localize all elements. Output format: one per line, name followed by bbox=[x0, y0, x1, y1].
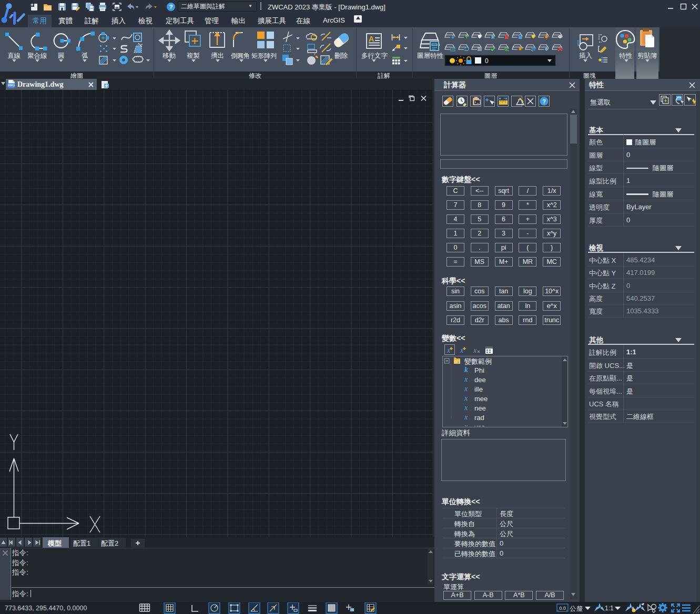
svg-text:x: x bbox=[473, 346, 477, 354]
svg-text:0.0: 0.0 bbox=[559, 606, 566, 611]
svg-text:?: ? bbox=[169, 4, 173, 10]
svg-text:DWG: DWG bbox=[8, 84, 15, 87]
svg-text:?: ? bbox=[542, 98, 546, 105]
svg-text:1:1: 1:1 bbox=[605, 605, 614, 612]
svg-text:x: x bbox=[447, 346, 451, 354]
svg-text:x: x bbox=[460, 346, 464, 354]
